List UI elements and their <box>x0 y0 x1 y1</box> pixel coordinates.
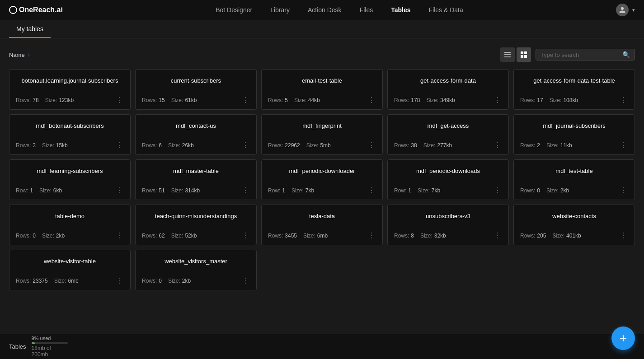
table-card[interactable]: mdf_fingerprint Rows: 22962 Size: 5mb ⋮ <box>261 114 383 155</box>
table-card[interactable]: website-visitor-table Rows: 23375 Size: … <box>9 250 131 290</box>
nav-files[interactable]: Files <box>360 5 373 15</box>
table-more-button[interactable]: ⋮ <box>493 187 502 194</box>
tables-grid: botonaut.learning.journal-subscribers Ro… <box>9 69 635 290</box>
table-card[interactable]: website-contacts Rows: 205 Size: 401kb ⋮ <box>513 205 635 245</box>
table-more-button[interactable]: ⋮ <box>115 97 124 104</box>
table-more-button[interactable]: ⋮ <box>241 277 250 284</box>
add-table-button[interactable]: + <box>611 326 635 350</box>
brand-logo[interactable]: OneReach.ai <box>9 6 63 14</box>
table-card[interactable]: teach-quinn-misunderstandings Rows: 62 S… <box>135 205 257 245</box>
size-label: Size: <box>418 187 430 194</box>
table-card-meta: Rows: 178 Size: 349kb ⋮ <box>394 97 502 104</box>
table-card[interactable]: mdf_master-table Rows: 51 Size: 314kb ⋮ <box>135 159 257 200</box>
table-card[interactable]: current-subscribers Rows: 15 Size: 61kb … <box>135 69 257 110</box>
rows-label: Rows: <box>520 142 535 149</box>
user-avatar[interactable] <box>616 4 629 16</box>
nav-action-desk[interactable]: Action Desk <box>308 5 342 15</box>
table-more-button[interactable]: ⋮ <box>493 142 502 149</box>
table-more-button[interactable]: ⋮ <box>241 232 250 239</box>
size-meta: Size: 277kb <box>423 142 452 149</box>
table-card[interactable]: botonaut.learning.journal-subscribers Ro… <box>9 69 131 110</box>
table-card-name: email-test-table <box>268 77 376 85</box>
rows-label: Rows: <box>394 233 409 239</box>
rows-meta: Row: 1 <box>268 187 285 194</box>
table-more-button[interactable]: ⋮ <box>367 97 376 104</box>
size-meta: Size: 6mb <box>54 278 79 284</box>
list-view-button[interactable] <box>500 47 515 62</box>
rows-value: 51 <box>159 187 165 194</box>
table-card-meta: Row: 1 Size: 7kb ⋮ <box>268 187 376 194</box>
table-card[interactable]: tesla-data Rows: 3455 Size: 6mb ⋮ <box>261 205 383 245</box>
table-more-button[interactable]: ⋮ <box>241 97 250 104</box>
table-card-meta: Rows: 5 Size: 44kb ⋮ <box>268 97 376 104</box>
rows-value: 1 <box>30 187 33 194</box>
rows-value: 0 <box>33 233 36 239</box>
rows-label: Rows: <box>520 233 535 239</box>
table-more-button[interactable]: ⋮ <box>115 142 124 149</box>
table-more-button[interactable]: ⋮ <box>115 187 124 194</box>
footer: Tables 9% used 18mb of 200mb <box>0 334 644 359</box>
size-value: 61kb <box>185 97 197 103</box>
size-label: Size: <box>550 97 562 103</box>
size-label: Size: <box>168 142 180 149</box>
sort-control[interactable]: Name ↓ <box>9 51 30 58</box>
table-card[interactable]: mdf_test-table Rows: 0 Size: 2kb ⋮ <box>513 159 635 200</box>
rows-value: 1 <box>408 187 411 194</box>
rows-meta: Rows: 3455 <box>268 233 297 239</box>
table-more-button[interactable]: ⋮ <box>115 232 124 239</box>
svg-rect-6 <box>524 55 527 58</box>
table-card[interactable]: get-access-form-data Rows: 178 Size: 349… <box>387 69 509 110</box>
table-card[interactable]: mdf_journal-subscribers Rows: 2 Size: 11… <box>513 114 635 155</box>
toolbar: Name ↓ 🔍 <box>9 47 635 62</box>
rows-value: 62 <box>159 233 165 239</box>
grid-view-button[interactable] <box>517 47 531 62</box>
footer-percent: 9% used <box>32 336 68 341</box>
table-card[interactable]: table-demo Rows: 0 Size: 2kb ⋮ <box>9 205 131 245</box>
table-more-button[interactable]: ⋮ <box>619 232 628 239</box>
size-value: 32kb <box>434 233 446 239</box>
table-card[interactable]: unsubscribers-v3 Rows: 8 Size: 32kb ⋮ <box>387 205 509 245</box>
rows-label: Rows: <box>142 142 157 149</box>
table-more-button[interactable]: ⋮ <box>493 232 502 239</box>
table-card[interactable]: website_visitors_master Rows: 0 Size: 2k… <box>135 250 257 290</box>
table-card[interactable]: mdf_periodic-downloads Row: 1 Size: 7kb … <box>387 159 509 200</box>
search-input[interactable] <box>541 51 619 58</box>
nav-files-data[interactable]: Files & Data <box>429 5 463 15</box>
table-card-meta: Rows: 51 Size: 314kb ⋮ <box>142 187 250 194</box>
table-more-button[interactable]: ⋮ <box>619 142 628 149</box>
table-card[interactable]: get-access-form-data-test-table Rows: 17… <box>513 69 635 110</box>
table-card[interactable]: mdf_learning-subscribers Row: 1 Size: 6k… <box>9 159 131 200</box>
size-value: 123kb <box>59 97 74 103</box>
size-value: 314kb <box>185 187 200 194</box>
nav-bot-designer[interactable]: Bot Designer <box>216 5 252 15</box>
table-more-button[interactable]: ⋮ <box>367 142 376 149</box>
table-card[interactable]: mdf_periodic-downloader Row: 1 Size: 7kb… <box>261 159 383 200</box>
nav-avatar-chevron[interactable]: ▾ <box>632 7 635 13</box>
table-more-button[interactable]: ⋮ <box>367 232 376 239</box>
table-card[interactable]: email-test-table Rows: 5 Size: 44kb ⋮ <box>261 69 383 110</box>
size-label: Size: <box>423 142 436 149</box>
table-card[interactable]: mdf_contact-us Rows: 6 Size: 26kb ⋮ <box>135 114 257 155</box>
table-card[interactable]: mdf_botonaut-subscribers Rows: 3 Size: 1… <box>9 114 131 155</box>
table-card-name: get-access-form-data <box>394 77 502 85</box>
size-meta: Size: 52kb <box>171 233 197 239</box>
size-meta: Size: 44kb <box>294 97 320 103</box>
rows-label: Row: <box>394 187 406 194</box>
table-more-button[interactable]: ⋮ <box>493 97 502 104</box>
tab-my-tables[interactable]: My tables <box>9 20 51 38</box>
table-card-name: mdf_periodic-downloads <box>394 167 502 175</box>
size-value: 349kb <box>440 97 455 103</box>
size-value: 5mb <box>320 142 330 149</box>
table-more-button[interactable]: ⋮ <box>619 97 628 104</box>
size-meta: Size: 314kb <box>171 187 200 194</box>
table-more-button[interactable]: ⋮ <box>115 277 124 284</box>
table-more-button[interactable]: ⋮ <box>241 142 250 149</box>
table-more-button[interactable]: ⋮ <box>367 187 376 194</box>
nav-tables[interactable]: Tables <box>391 5 410 15</box>
nav-library[interactable]: Library <box>270 5 290 15</box>
search-box: 🔍 <box>536 49 635 61</box>
table-more-button[interactable]: ⋮ <box>241 187 250 194</box>
table-card[interactable]: mdf_get-access Rows: 38 Size: 277kb ⋮ <box>387 114 509 155</box>
table-more-button[interactable]: ⋮ <box>619 187 628 194</box>
rows-label: Rows: <box>268 233 283 239</box>
